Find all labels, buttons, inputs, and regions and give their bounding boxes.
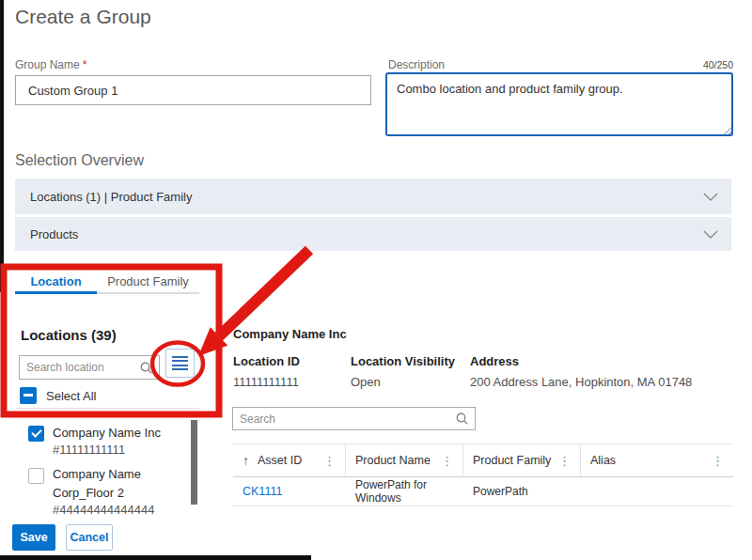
- locations-count-heading: Locations (39): [21, 327, 117, 343]
- list-view-icon: [172, 356, 188, 370]
- column-menu-icon[interactable]: ⋮: [556, 454, 572, 468]
- description-label: Description: [388, 58, 445, 71]
- column-header-asset-id[interactable]: ↑ Asset ID ⋮: [233, 444, 346, 476]
- required-asterisk: *: [83, 58, 87, 71]
- chevron-down-icon[interactable]: [703, 193, 718, 201]
- location-search-field: [19, 355, 160, 380]
- column-menu-icon[interactable]: ⋮: [710, 454, 726, 468]
- annotation-arrow-head: [198, 327, 227, 356]
- address-value: 200 Address Lane, Hopkinton, MA 01748: [470, 375, 692, 389]
- accordion-label: Locations (1) | Product Family: [30, 190, 192, 204]
- accordion-products[interactable]: Products: [15, 217, 731, 251]
- divider: [15, 408, 199, 409]
- create-group-screen: Create a Group Group Name* Description 4…: [0, 0, 752, 560]
- location-visibility-label: Location Visibility: [351, 354, 455, 368]
- location-search-input[interactable]: [26, 361, 140, 374]
- accordion-locations-product-family[interactable]: Locations (1) | Product Family: [15, 179, 731, 214]
- location-checkbox-checked[interactable]: [28, 426, 44, 442]
- location-list: Company Name Inc #11111111111 Company Na…: [15, 418, 194, 515]
- location-id: #44444444444444: [53, 503, 154, 515]
- asset-id-link[interactable]: CK1111: [243, 485, 282, 498]
- tab-location[interactable]: Location: [15, 274, 97, 288]
- table-header-row: ↑ Asset ID ⋮ Product Name ⋮ Product Fami…: [233, 443, 733, 477]
- product-family-cell: PowerPath: [463, 485, 581, 498]
- accordion-label: Products: [30, 227, 78, 241]
- sort-ascending-icon[interactable]: ↑: [243, 453, 249, 468]
- page-title: Create a Group: [15, 6, 151, 28]
- location-id: #11111111111: [53, 443, 125, 457]
- location-visibility-value: Open: [351, 375, 381, 389]
- description-textarea[interactable]: Combo location and product family group.: [385, 72, 733, 136]
- cancel-button[interactable]: Cancel: [66, 524, 113, 551]
- location-id-value: 11111111111: [233, 375, 299, 389]
- selection-overview-title: Selection Overview: [15, 152, 144, 169]
- asset-search-input[interactable]: [240, 412, 456, 426]
- column-header-product-family[interactable]: Product Family ⋮: [463, 444, 581, 476]
- location-id-label: Location ID: [233, 354, 300, 368]
- address-label: Address: [470, 354, 519, 368]
- location-name: Company Name Inc: [53, 424, 161, 443]
- list-view-button[interactable]: [165, 349, 195, 378]
- active-tab-underline: [15, 291, 97, 294]
- column-header-alias[interactable]: Alias ⋮: [581, 444, 733, 476]
- search-icon: [140, 362, 152, 374]
- select-all-checkbox[interactable]: [20, 387, 37, 404]
- screenshot-left-border: [0, 0, 4, 292]
- group-name-input[interactable]: [15, 75, 371, 105]
- location-name: Company Name Corp_Floor 2: [53, 465, 177, 503]
- save-button[interactable]: Save: [12, 524, 55, 551]
- scrollbar-thumb[interactable]: [191, 420, 197, 505]
- chevron-down-icon[interactable]: [703, 230, 718, 239]
- column-menu-icon[interactable]: ⋮: [321, 454, 337, 468]
- search-icon: [456, 412, 468, 425]
- column-header-product-name[interactable]: Product Name ⋮: [346, 444, 463, 476]
- select-all-label: Select All: [46, 389, 96, 403]
- inactive-tab-underline: [97, 292, 199, 294]
- location-checkbox-unchecked[interactable]: [28, 468, 44, 484]
- table-row: CK1111 PowerPath for Windows PowerPath: [233, 477, 733, 506]
- asset-search-field: [232, 407, 476, 430]
- group-name-label: Group Name*: [15, 58, 86, 71]
- assets-table: ↑ Asset ID ⋮ Product Name ⋮ Product Fami…: [233, 443, 733, 506]
- tab-product-family[interactable]: Product Family: [97, 274, 199, 288]
- annotation-arrow-shaft: [219, 250, 309, 336]
- product-name-cell: PowerPath for Windows: [346, 478, 463, 505]
- column-menu-icon[interactable]: ⋮: [439, 454, 455, 468]
- detail-company-name: Company Name Inc: [233, 327, 347, 341]
- description-char-counter: 40/250: [639, 59, 733, 70]
- screenshot-bottom-border: [0, 555, 311, 560]
